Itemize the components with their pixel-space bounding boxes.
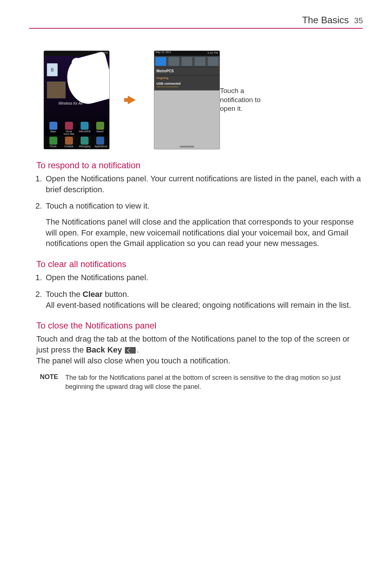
screenshot-home-screen: 3:32 PM 8 Wireless for All MapsVisual Vo… [44,51,110,149]
section-heading-clear: To clear all notifications [36,259,363,269]
app-icon: Contacts [64,137,74,148]
app-icon: Applications [95,137,106,148]
section-heading-respond: To respond to a notification [36,160,363,170]
note-block: NOTE The tab for the Notifications panel… [40,373,356,391]
step-text: Touch the [46,290,83,299]
quick-toggles [154,56,220,67]
step-detail: All event-based notifications will be cl… [46,300,363,311]
step-detail: The Notifications panel will close and t… [46,217,363,249]
page-header: The Basics 35 [29,15,363,29]
status-bar: May 13, 2011 3:32 PM [154,51,220,56]
list-item: Open the Notifications panel. [44,272,363,283]
carrier-label: MetroPCS [154,67,220,76]
section-label: Ongoing [154,76,220,81]
transition-arrow-icon [128,96,136,104]
photo-widget [47,81,66,98]
notification-item: USB connected Internet connection [154,81,220,90]
document-page: The Basics 35 3:32 PM 8 Wireless for All… [0,0,392,564]
screenshot-notification-panel: May 13, 2011 3:32 PM MetroPCS Ongoing US… [154,51,220,149]
hand-graphic [62,51,110,108]
paragraph-text: Touch and drag the tab at the bottom of … [36,334,350,354]
close-paragraph: Touch and drag the tab at the bottom of … [36,334,363,366]
app-icon: Messaging [79,137,90,148]
list-item: Open the Notifications panel. Your curre… [44,173,363,195]
paragraph-text: . [136,345,139,354]
chapter-title: The Basics [302,15,349,25]
list-item: Touch the Clear button. All event-based … [44,289,363,310]
app-icon: Visual Voice Mail [64,122,74,135]
clock-widget: 8 [47,63,58,76]
clear-button-label: Clear [83,290,103,299]
back-key-label: Back Key [86,345,122,354]
notification-subtitle: Internet connection [156,85,217,88]
panel-drag-handle [180,146,194,148]
app-row-dock: PhoneContactsMessagingApplications [44,136,109,148]
note-text: The tab for the Notifications panel at t… [65,373,356,391]
back-key-icon [125,347,136,354]
app-row-1: MapsVisual Voice MailMetroWEBMarket [44,122,109,135]
banner-widget: Wireless for All [58,101,82,105]
app-icon: Phone [48,137,59,148]
app-icon: MetroWEB [79,122,90,135]
step-text: Touch a notification to view it. [46,201,150,210]
figure-row: 3:32 PM 8 Wireless for All MapsVisual Vo… [44,51,363,149]
step-text: Open the Notifications panel. Your curre… [46,174,361,194]
status-time: 3:32 PM [207,51,218,55]
panel-date: May 13, 2011 [156,51,171,53]
paragraph-text: The panel will also close when you touch… [36,356,230,365]
app-icon: Maps [48,122,59,135]
screenshot-with-callout: May 13, 2011 3:32 PM MetroPCS Ongoing US… [154,51,264,149]
section-heading-close: To close the Notifications panel [36,321,363,331]
step-text: button. [103,290,129,299]
page-number: 35 [354,16,363,25]
app-icon: Market [95,122,106,135]
step-text: Open the Notifications panel. [46,273,148,282]
respond-steps: Open the Notifications panel. Your curre… [36,173,363,249]
list-item: Touch a notification to view it. The Not… [44,201,363,249]
note-label: NOTE [40,373,65,391]
callout-text: Touch a notification to open it. [220,86,264,113]
clear-steps: Open the Notifications panel. Touch the … [36,272,363,310]
notification-title: USB connected [156,82,217,85]
